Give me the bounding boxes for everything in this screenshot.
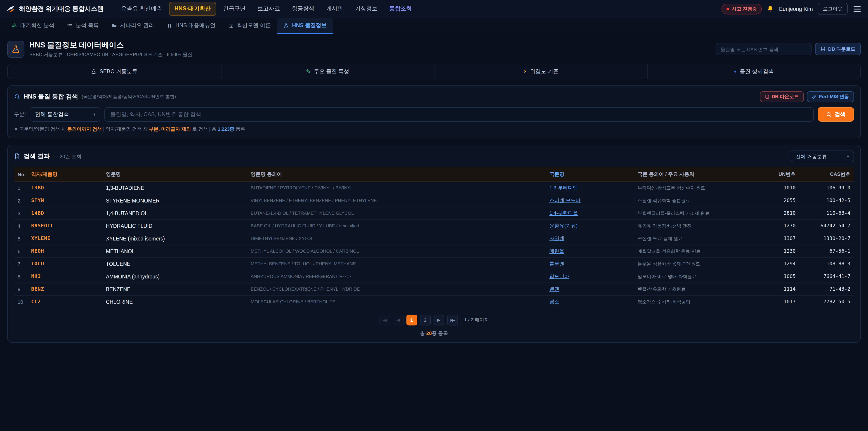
nav-item-hns-dispersion[interactable]: HNS·대기확산 [169, 2, 216, 16]
page-info: 1 / 2 페이지 [464, 317, 489, 323]
cell-korean-synonyms: 크실렌·도료·용제 원료 [634, 232, 756, 245]
flask-icon [283, 23, 289, 28]
korean-name-link[interactable]: 윤활유(기유) [550, 223, 578, 228]
korean-name-link[interactable]: 염소 [550, 299, 559, 304]
cell-korean-synonyms: 암모니아·비료·냉매·화학원료 [634, 270, 756, 283]
tab-label: 분석 목록 [76, 22, 99, 29]
tab-hns-response-manual[interactable]: HNS 대응매뉴얼 [160, 18, 222, 34]
korean-name-link[interactable]: 1,4-부탄디올 [550, 210, 578, 216]
header-db-download-button[interactable]: DB 다운로드 [815, 43, 861, 55]
korean-name-link[interactable]: 벤젠 [550, 286, 559, 291]
cell-english-name: XYLENE (mixed isomers) [102, 232, 247, 245]
cell-un-number: 1230 [756, 245, 799, 257]
table-row[interactable]: 5 XYLENE XYLENE (mixed isomers) DIMETHYL… [14, 232, 854, 245]
table-row[interactable]: 4 BASEOIL HYDRAULIC FLUID BASE OIL / HYD… [14, 219, 854, 232]
quicknav-label: 물질 상세검색 [740, 68, 774, 75]
notification-bell-icon[interactable] [767, 5, 774, 12]
table-row[interactable]: 6 MEOH METHANOL METHYL ALCOHOL / WOOD AL… [14, 245, 854, 257]
brand[interactable]: 해양환경 위기대응 통합시스템 [6, 4, 103, 13]
incident-status-badge[interactable]: 사고 진행중 [721, 3, 762, 14]
table-row[interactable]: 8 NH3 AMMONIA (anhydrous) ANHYDROUS AMMO… [14, 270, 854, 283]
search-button[interactable]: 검색 [818, 107, 854, 122]
unified-search-input[interactable] [104, 107, 814, 122]
note-text: 등록 [235, 126, 245, 131]
korean-name-link[interactable]: 1,3-부타디엔 [550, 185, 578, 190]
nav-item-aerial-search[interactable]: 항공탐색 [287, 2, 319, 16]
book-icon [167, 23, 172, 28]
cell-no: 10 [14, 296, 28, 308]
cell-korean-name: 자일렌 [546, 232, 634, 245]
document-icon [14, 153, 20, 160]
app-title: 해양환경 위기대응 통합시스템 [19, 5, 103, 13]
nav-item-rescue[interactable]: 긴급구난 [218, 2, 251, 16]
search-category-select[interactable]: 전체 통합검색 ▾ [30, 107, 100, 122]
category-label: 구분: [14, 111, 26, 118]
cell-english-name: CHLORINE [102, 296, 247, 308]
page-2-button[interactable]: 2 [420, 315, 431, 326]
quicknav-label: 위험도 기준 [530, 68, 559, 75]
tab-label: 시나리오 관리 [120, 22, 154, 29]
sigma-icon [228, 23, 234, 28]
db-download-chip-button[interactable]: DB 다운로드 [760, 91, 804, 102]
col-korean-name: 국문명 [546, 167, 634, 182]
cell-abbr: 14BD [28, 207, 102, 219]
korean-name-link[interactable]: 암모니아 [550, 274, 569, 279]
first-page-button[interactable]: ◀◀ [379, 315, 390, 326]
page-1-button[interactable]: 1 [406, 315, 417, 326]
col-english-name: 영문명 [102, 167, 247, 182]
col-cas-number: CAS번호 [799, 167, 854, 182]
cell-no: 2 [14, 194, 28, 207]
results-title: 검색 결과 [24, 152, 50, 160]
portmis-link-button[interactable]: Port-MIS 연동 [807, 91, 854, 102]
prev-page-button[interactable]: ◀ [393, 315, 403, 326]
behavior-class-filter-select[interactable]: 전체 거동분류 ▾ [791, 151, 854, 162]
search-button-label: 검색 [835, 111, 846, 118]
table-row[interactable]: 2 STYN STYRENE MONOMER VINYLBENZENE / ET… [14, 194, 854, 207]
tab-dispersion-model-theory[interactable]: 확산모델 이론 [222, 18, 277, 34]
logout-button[interactable]: 로그아웃 [818, 3, 848, 15]
table-row[interactable]: 1 13BD 1,3-BUTADIENE BUTADIENE / PYRROLY… [14, 182, 854, 194]
nav-item-weather[interactable]: 기상정보 [350, 2, 382, 16]
menu-icon[interactable] [852, 4, 862, 13]
note-text: ※ 국문명/영문명 검색 시 [14, 126, 67, 131]
page-header: HNS 물질정보 데이터베이스 SEBC 거동분류 · CHRIS/CAMEO … [0, 34, 868, 62]
tab-scenario-management[interactable]: 시나리오 관리 [105, 18, 160, 34]
select-value: 전체 거동분류 [796, 153, 827, 160]
table-row[interactable]: 9 BENZ BENZENE BENZOL / CYCLOHEXATRIENE … [14, 283, 854, 296]
note-highlight: 부분, 머리글자 제외 [149, 126, 191, 131]
last-page-button[interactable]: ▶▶ [447, 315, 458, 326]
next-page-button[interactable]: ▶ [433, 315, 444, 326]
korean-name-link[interactable]: 자일렌 [550, 236, 564, 241]
table-row[interactable]: 7 TOLU TOLUENE METHYLBENZENE / TOLUOL / … [14, 257, 854, 270]
tab-analysis-list[interactable]: 분석 목록 [61, 18, 105, 34]
cell-abbr: CL2 [28, 296, 102, 308]
cell-cas-number: 71-43-2 [799, 283, 854, 296]
quicknav-substance-detail-search[interactable]: ● 물질 상세검색 [647, 64, 860, 79]
cell-un-number: 2810 [756, 207, 799, 219]
cell-no: 7 [14, 257, 28, 270]
cell-korean-name: 톨루엔 [546, 257, 634, 270]
header-search-input[interactable] [716, 43, 811, 55]
database-icon [765, 94, 770, 99]
search-panel-header: HNS 물질 통합 검색 (국문명/약어/제품명/동의어/CAS/UN번호 통합… [14, 91, 854, 102]
nav-item-oil-spill[interactable]: 유출유 확산예측 [116, 2, 167, 16]
cell-korean-name: 윤활유(기유) [546, 219, 634, 232]
flask-icon [91, 69, 96, 74]
nav-item-board[interactable]: 게시판 [321, 2, 348, 16]
nav-item-reports[interactable]: 보고자료 [252, 2, 285, 16]
quicknav-risk-criteria[interactable]: ⚡ 위험도 기준 [434, 64, 647, 79]
table-row[interactable]: 10 CL2 CHLORINE MOLECULAR CHLORINE / BER… [14, 296, 854, 308]
tab-dispersion-analysis[interactable]: 대기확산 분석 [5, 18, 61, 34]
korean-name-link[interactable]: 메탄올 [550, 248, 564, 254]
tab-hns-substance-info[interactable]: HNS 물질정보 [277, 18, 333, 34]
cell-korean-name: 1,3-부타디엔 [546, 182, 634, 194]
nav-item-integrated-lookup[interactable]: 통합조회 [384, 2, 417, 16]
korean-name-link[interactable]: 톨루엔 [550, 261, 564, 266]
korean-name-link[interactable]: 스티렌 모노머 [550, 197, 581, 203]
results-panel: 검색 결과 — 20건 조회 전체 거동분류 ▾ No. 약자/제품명 영문명 … [7, 145, 861, 343]
cell-english-name: HYDRAULIC FLUID [102, 219, 247, 232]
table-row[interactable]: 3 14BD 1,4-BUTANEDIOL BUTANE-1,4-DIOL / … [14, 207, 854, 219]
quicknav-substance-properties[interactable]: ✎ 주요 물질 특성 [221, 64, 434, 79]
quicknav-sebc-classification[interactable]: SEBC 거동분류 [8, 64, 221, 79]
col-english-synonyms: 영문명 동의어 [247, 167, 546, 182]
